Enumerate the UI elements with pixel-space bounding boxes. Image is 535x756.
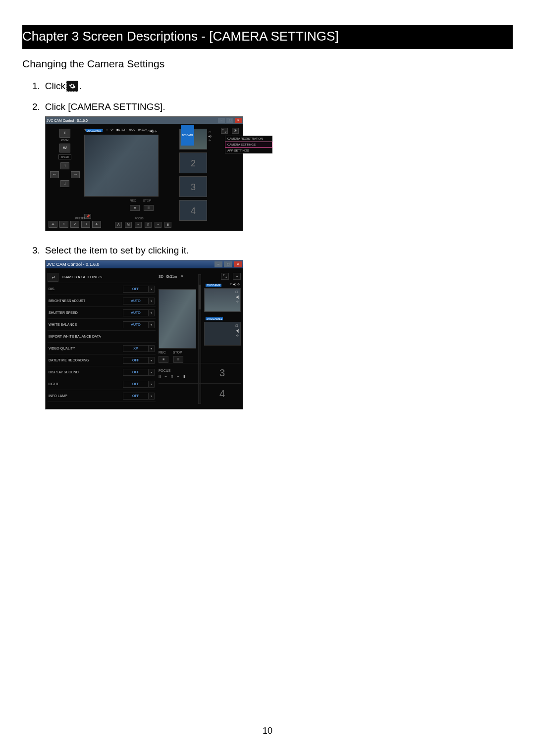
step-3-text: Select the item to set by clicking it. bbox=[45, 245, 189, 256]
zoom-tele-button[interactable]: T bbox=[59, 129, 70, 138]
menu-item-app-settings[interactable]: APP SETTINGS bbox=[225, 148, 272, 153]
preset-label: PRESET bbox=[75, 217, 85, 220]
maximize-button[interactable]: □ bbox=[226, 118, 233, 123]
section-title: Changing the Camera Settings bbox=[22, 58, 513, 70]
gear-button[interactable] bbox=[232, 128, 239, 134]
camera-thumb[interactable]: 4 bbox=[179, 200, 207, 221]
setting-row[interactable]: IMPORT WHITE BALANCE DATA bbox=[48, 331, 156, 343]
chevron-down-icon[interactable]: ▾ bbox=[149, 393, 155, 400]
chevron-down-icon[interactable]: ▾ bbox=[149, 286, 155, 293]
preset-row: ⇔ 1 2 3 4 bbox=[49, 221, 101, 228]
pin-icon[interactable]: 📌 bbox=[84, 214, 91, 219]
dpad-up-button[interactable]: ↑ bbox=[60, 162, 69, 169]
rec-button[interactable]: ■ bbox=[130, 205, 140, 211]
setting-row[interactable]: BRIGHTNESS ADJUSTAUTO▾ bbox=[48, 295, 156, 307]
setting-label: DISPLAY SECOND bbox=[49, 370, 79, 374]
close-button[interactable]: × bbox=[235, 118, 242, 123]
dpad-left-button[interactable]: ← bbox=[50, 171, 59, 178]
setting-label: VIDEO QUALITY bbox=[49, 347, 75, 350]
setting-dropdown[interactable]: OFF bbox=[123, 393, 149, 400]
camera-thumb[interactable]: 3 bbox=[179, 176, 207, 197]
camera-slot-4[interactable]: 4 bbox=[159, 383, 241, 404]
camera-thumb[interactable]: 2 bbox=[179, 152, 207, 173]
dpad-right-button[interactable]: → bbox=[71, 171, 80, 178]
zoom-label: ZOOM bbox=[48, 139, 82, 142]
dpad-down-button[interactable]: ↓ bbox=[60, 180, 69, 187]
setting-row[interactable]: WHITE BALANCEAUTO▾ bbox=[48, 319, 156, 331]
step-1: 1. Click . bbox=[32, 81, 513, 92]
chevron-down-icon[interactable]: ▾ bbox=[149, 369, 155, 376]
setting-label: LIGHT bbox=[49, 382, 59, 386]
minimize-button[interactable]: − bbox=[218, 118, 225, 123]
setting-dropdown[interactable]: XP bbox=[123, 345, 149, 352]
pause-button[interactable]: II bbox=[144, 205, 154, 211]
thumb-side-icons: □◀)⊹ bbox=[208, 130, 212, 142]
setting-dropdown[interactable]: OFF bbox=[123, 369, 149, 376]
setting-label: INFO LAMP bbox=[49, 394, 67, 398]
maximize-button[interactable]: □ bbox=[224, 261, 232, 267]
chevron-down-icon[interactable]: ▾ bbox=[149, 309, 155, 316]
setting-dropdown[interactable]: AUTO bbox=[123, 321, 149, 328]
focus-button[interactable]: ▮ bbox=[183, 374, 185, 380]
preset-button[interactable]: 4 bbox=[92, 221, 101, 228]
step-2-number: 2. bbox=[32, 101, 40, 112]
setting-dropdown[interactable]: AUTO bbox=[123, 309, 149, 316]
pause-button[interactable]: II bbox=[173, 356, 183, 363]
back-button[interactable]: ⤶ bbox=[48, 273, 58, 282]
menu-item-camera-settings[interactable]: CAMERA SETTINGS bbox=[225, 142, 272, 148]
focus-button[interactable]: ▯ bbox=[145, 222, 152, 228]
panel-title: CAMERA SETTINGS bbox=[62, 275, 103, 279]
setting-label: SHUTTER SPEED bbox=[49, 311, 78, 314]
menu-item-camera-registration[interactable]: CAMERA REGISTRATION bbox=[225, 136, 272, 142]
chevron-down-icon[interactable]: ▾ bbox=[149, 298, 155, 304]
focus-label: FOCUS bbox=[159, 369, 198, 372]
focus-button[interactable]: ▮ bbox=[164, 222, 171, 228]
setting-dropdown[interactable]: OFF bbox=[123, 286, 149, 293]
focus-button[interactable]: II bbox=[159, 374, 160, 380]
focus-button[interactable]: A bbox=[115, 222, 122, 228]
setting-row[interactable]: INFO LAMPOFF▾ bbox=[48, 390, 156, 402]
expand-icon[interactable] bbox=[221, 128, 228, 134]
setting-row[interactable]: DISPLAY SECONDOFF▾ bbox=[48, 366, 156, 378]
setting-dropdown[interactable]: OFF bbox=[123, 381, 149, 388]
camera-settings-panel: ⤶ CAMERA SETTINGS DISOFF▾BRIGHTNESS ADJU… bbox=[48, 271, 156, 407]
expand-icon[interactable] bbox=[221, 273, 229, 280]
gear-button[interactable] bbox=[233, 273, 241, 280]
focus-button[interactable]: − bbox=[177, 374, 179, 380]
zoom-wide-button[interactable]: W bbox=[59, 144, 70, 152]
chevron-down-icon[interactable]: ▾ bbox=[149, 321, 155, 328]
preset-button[interactable]: ⇔ bbox=[49, 221, 57, 228]
setting-row[interactable]: DATE/TIME RECORDINGOFF▾ bbox=[48, 354, 156, 366]
svg-point-1 bbox=[236, 276, 237, 277]
focus-button[interactable]: − bbox=[135, 222, 142, 228]
svg-point-0 bbox=[235, 130, 236, 131]
chevron-down-icon[interactable]: ▾ bbox=[149, 357, 155, 364]
camera-thumb[interactable]: JVCCAM2 □◀)⊹ bbox=[204, 288, 241, 312]
close-button[interactable]: × bbox=[234, 261, 242, 267]
setting-row[interactable]: LIGHTOFF▾ bbox=[48, 378, 156, 390]
preset-button[interactable]: 3 bbox=[81, 221, 90, 228]
thumb-side-icons: □◀)⊹ bbox=[236, 323, 239, 338]
step-3-number: 3. bbox=[32, 245, 40, 256]
setting-row[interactable]: VIDEO QUALITYXP▾ bbox=[48, 343, 156, 354]
focus-button[interactable]: M bbox=[125, 222, 132, 228]
chapter-title: Chapter 3 Screen Descriptions - [CAMERA … bbox=[22, 29, 339, 44]
focus-button[interactable]: − bbox=[155, 222, 161, 228]
setting-row[interactable]: DISOFF▾ bbox=[48, 283, 156, 295]
stop-label: STOP bbox=[173, 351, 182, 354]
rec-button[interactable]: ■ bbox=[159, 356, 168, 363]
chevron-down-icon[interactable]: ▾ bbox=[149, 345, 155, 352]
setting-row[interactable]: SHUTTER SPEEDAUTO▾ bbox=[48, 307, 156, 319]
preset-button[interactable]: 2 bbox=[70, 221, 79, 228]
minimize-button[interactable]: − bbox=[214, 261, 222, 267]
preset-button[interactable]: 1 bbox=[59, 221, 68, 228]
camera-thumb[interactable]: JVCCAM11 □◀)⊹ bbox=[204, 322, 241, 346]
focus-button[interactable]: − bbox=[164, 374, 167, 380]
setting-label: DIS bbox=[49, 287, 54, 291]
focus-button[interactable]: ▯ bbox=[171, 374, 173, 380]
setting-dropdown[interactable]: OFF bbox=[123, 357, 149, 364]
camera-thumb[interactable]: JVCCAM2 □◀)⊹ bbox=[179, 129, 207, 150]
setting-dropdown[interactable]: AUTO bbox=[123, 298, 149, 304]
right-preview-panel: SD 0h31m ⇥ □ ◀) ⊹ JVCCAM2 bbox=[159, 271, 241, 407]
chevron-down-icon[interactable]: ▾ bbox=[149, 381, 155, 388]
